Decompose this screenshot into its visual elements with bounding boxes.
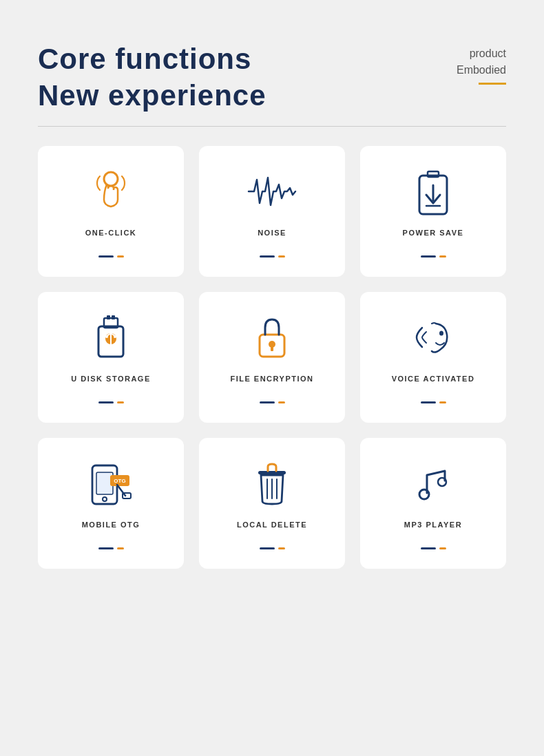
svg-text:OTG: OTG <box>114 478 125 484</box>
power-save-dash <box>421 255 446 258</box>
u-disk-label: U DISK STORAGE <box>71 375 151 383</box>
card-power-save: POWER SAVE <box>360 146 506 277</box>
power-save-label: POWER SAVE <box>403 229 464 237</box>
voice-activated-icon <box>408 313 458 362</box>
card-mobile-otg: OTG MOBILE OTG <box>38 438 184 569</box>
product-label: product Embodied <box>457 45 506 78</box>
card-local-delete: LOCAL DELETE <box>199 438 345 569</box>
svg-point-18 <box>439 331 443 336</box>
card-mp3-player: MP3 PLAYER <box>360 438 506 569</box>
voice-activated-dash <box>421 401 446 403</box>
card-one-click: ONE-CLICK <box>38 146 184 277</box>
header: Core functions New experience product Em… <box>38 41 506 114</box>
file-encryption-icon <box>247 313 297 362</box>
header-right: product Embodied <box>457 41 506 85</box>
local-delete-label: LOCAL DELETE <box>237 521 307 529</box>
svg-point-31 <box>438 478 446 486</box>
one-click-icon <box>86 167 136 216</box>
header-accent-line <box>479 83 506 85</box>
svg-rect-8 <box>112 315 115 319</box>
main-title: Core functions New experience <box>38 41 266 114</box>
u-disk-icon <box>86 313 136 362</box>
noise-label: NOISE <box>258 229 286 237</box>
noise-dash <box>260 255 285 258</box>
page-container: Core functions New experience product Em… <box>0 0 544 756</box>
svg-rect-17 <box>271 346 273 351</box>
features-grid: ONE-CLICK NOISE <box>38 146 506 569</box>
svg-rect-26 <box>258 471 286 474</box>
card-u-disk-storage: U DISK STORAGE <box>38 292 184 423</box>
noise-icon <box>247 167 297 216</box>
mobile-otg-icon: OTG <box>86 459 136 508</box>
svg-point-14 <box>114 335 116 338</box>
card-voice-activated: VOICE ACTIVATED <box>360 292 506 423</box>
svg-point-13 <box>105 335 108 338</box>
svg-line-24 <box>117 485 125 496</box>
local-delete-icon <box>247 459 297 508</box>
power-save-icon <box>408 167 458 216</box>
svg-point-21 <box>103 497 107 501</box>
one-click-label: ONE-CLICK <box>85 229 137 237</box>
svg-rect-7 <box>107 315 110 319</box>
section-divider <box>38 126 506 127</box>
voice-activated-label: VOICE ACTIVATED <box>392 375 475 383</box>
mobile-otg-dash <box>98 547 124 549</box>
file-encryption-dash <box>260 401 285 403</box>
svg-point-30 <box>419 490 429 499</box>
svg-rect-2 <box>428 171 439 177</box>
card-file-encryption: FILE ENCRYPTION <box>199 292 345 423</box>
mobile-otg-label: MOBILE OTG <box>82 521 140 529</box>
header-left: Core functions New experience <box>38 41 266 114</box>
u-disk-dash <box>98 401 124 403</box>
svg-point-0 <box>104 172 118 186</box>
one-click-dash <box>98 255 124 258</box>
mp3-player-icon <box>408 459 458 508</box>
card-noise: NOISE <box>199 146 345 277</box>
mp3-player-dash <box>421 547 446 549</box>
file-encryption-label: FILE ENCRYPTION <box>230 375 313 383</box>
local-delete-dash <box>260 547 285 549</box>
mp3-player-label: MP3 PLAYER <box>404 521 462 529</box>
